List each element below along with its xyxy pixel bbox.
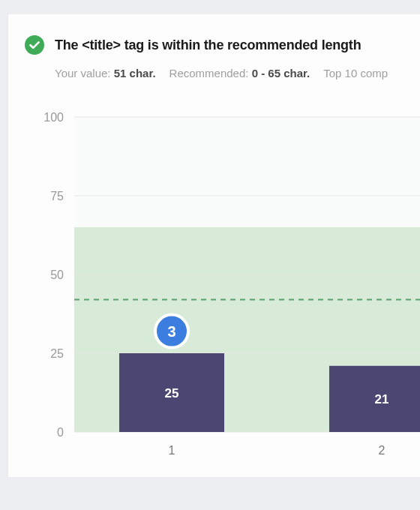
x-tick-label: 1	[169, 444, 176, 457]
your-value: 51 char.	[114, 67, 156, 80]
x-tick-label: 2	[379, 444, 386, 457]
chart-svg: 02550751002512123	[29, 110, 420, 477]
y-tick-label: 25	[50, 347, 64, 360]
svg-point-0	[25, 35, 44, 55]
y-tick-label: 100	[44, 111, 64, 124]
stats-row: Your value: 51 char. Recommended: 0 - 65…	[55, 67, 420, 80]
recommended-stat: Recommended: 0 - 65 char.	[170, 67, 310, 80]
card-title: The <title> tag is within the recommende…	[55, 38, 361, 53]
audit-card: The <title> tag is within the recommende…	[8, 14, 420, 478]
recommended-value: 0 - 65 char.	[252, 67, 310, 80]
y-tick-label: 0	[57, 426, 64, 439]
y-tick-label: 50	[50, 268, 64, 281]
check-circle-icon	[25, 35, 44, 55]
bar-value-label: 25	[165, 386, 179, 400]
your-value-stat: Your value: 51 char.	[55, 67, 156, 80]
recommended-label: Recommended:	[170, 67, 249, 80]
your-value-label: Your value:	[55, 67, 111, 80]
card-header: The <title> tag is within the recommende…	[25, 35, 420, 55]
y-tick-label: 75	[50, 190, 64, 202]
marker-label: 3	[167, 323, 176, 340]
bar-value-label: 21	[375, 392, 389, 406]
chart: 02550751002512123	[29, 110, 420, 477]
top10-stat: Top 10 comp	[323, 67, 388, 80]
